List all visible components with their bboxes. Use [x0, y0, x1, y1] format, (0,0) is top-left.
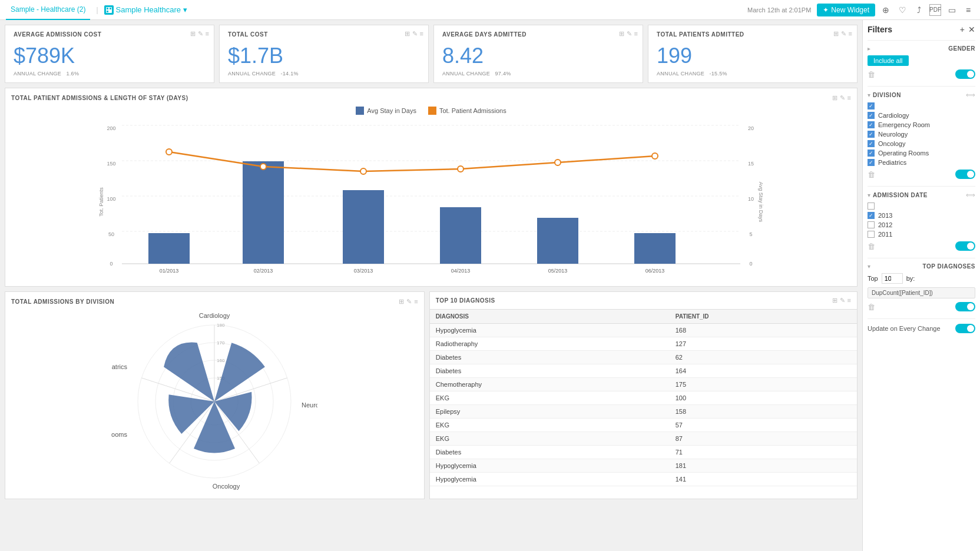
svg-text:170: 170: [217, 340, 225, 346]
pdf-icon[interactable]: PDF: [929, 4, 941, 16]
filter-top-diagnoses-header[interactable]: ▾ TOP DIAGNOSES: [868, 263, 975, 270]
division-label-1: Emergency Room: [878, 121, 930, 128]
line-avg-stay: [169, 152, 655, 171]
filter-top-diagnoses-title: TOP DIAGNOSES: [923, 263, 975, 270]
kpi-grid-icon-2[interactable]: ⊞: [619, 30, 624, 38]
filters-sidebar: Filters + ✕ ▸ GENDER Include all 🗑 ▾ DIV…: [862, 20, 980, 551]
polar-more-icon[interactable]: ≡: [414, 298, 418, 306]
kpi-value-1: $1.7B: [228, 44, 420, 68]
table-row: EKG100: [430, 391, 857, 405]
target-icon[interactable]: ⊕: [880, 4, 892, 16]
kpi-more-icon-2[interactable]: ≡: [634, 30, 638, 38]
diag-pid-10: 181: [670, 459, 857, 473]
division-label-3: Oncology: [878, 140, 905, 147]
division-delete-icon[interactable]: 🗑: [868, 170, 875, 179]
polar-label-pediatrics: Pediatrics: [111, 363, 128, 370]
filter-admission-date-header[interactable]: ▾ ADMISSION DATE ⟺: [868, 191, 975, 199]
kpi-more-icon-3[interactable]: ≡: [849, 30, 852, 38]
polar-label-cardiology: Cardiology: [199, 312, 230, 319]
update-toggle[interactable]: [955, 324, 975, 333]
division-checkbox-5[interactable]: ✓: [868, 159, 875, 166]
filter-division-header[interactable]: ▾ DIVISION ⟺: [868, 91, 975, 99]
grid-icon[interactable]: ⊞: [832, 94, 837, 102]
legend-tot-admissions-dot: [428, 107, 436, 115]
by-label: by:: [906, 275, 915, 282]
diag-pid-4: 175: [670, 378, 857, 391]
top-n-input[interactable]: [882, 273, 903, 284]
division-checkbox-2[interactable]: ✓: [868, 131, 875, 138]
edit-icon[interactable]: ✎: [840, 94, 845, 102]
kpi-edit-icon-0[interactable]: ✎: [198, 30, 203, 38]
top10-more-icon[interactable]: ≡: [847, 297, 851, 304]
polar-label-neurology: Neurology: [302, 401, 317, 409]
division-label-5: Pediatrics: [878, 159, 906, 166]
bookmark-icon[interactable]: ♡: [896, 4, 908, 16]
kpi-grid-icon-0[interactable]: ⊞: [190, 30, 196, 38]
kpi-more-icon-1[interactable]: ≡: [420, 30, 423, 38]
polar-edit-icon[interactable]: ✎: [406, 298, 412, 306]
diag-pid-6: 158: [670, 405, 857, 419]
filter-add-icon[interactable]: +: [960, 25, 965, 34]
kpi-edit-icon-2[interactable]: ✎: [627, 30, 632, 38]
diag-name-11: Hypoglycemia: [430, 473, 670, 486]
brand-chevron[interactable]: ▾: [183, 5, 187, 14]
update-row: Update on Every Change: [868, 318, 975, 333]
nav-tab-main[interactable]: Sample - Healthcare (2): [6, 0, 90, 20]
kpi-card-2: ⊞ ✎ ≡ AVERAGE DAYS ADMITTED 8.42 ANNUAL …: [433, 25, 643, 83]
legend-avg-stay-label: Avg Stay in Days: [367, 107, 416, 114]
top10-edit-icon[interactable]: ✎: [840, 297, 845, 304]
division-expand-icon[interactable]: ⟺: [966, 91, 975, 99]
year-all-checkbox[interactable]: [868, 203, 875, 210]
top-diagnoses-delete-icon[interactable]: 🗑: [868, 303, 875, 311]
division-item-0: ✓ Cardiology: [868, 112, 975, 119]
svg-rect-3: [107, 11, 108, 12]
share-icon[interactable]: ⤴: [913, 4, 925, 16]
division-checkbox-1[interactable]: ✓: [868, 121, 875, 128]
year-checkbox-1[interactable]: [868, 221, 875, 228]
admission-delete-icon[interactable]: 🗑: [868, 242, 875, 251]
year-checkbox-2[interactable]: [868, 231, 875, 238]
filter-close-icon[interactable]: ✕: [968, 25, 975, 34]
polar-chart-panel: TOTAL ADMISSIONS BY DIVISION ⊞ ✎ ≡ 160: [5, 291, 425, 499]
filters-title: Filters: [868, 25, 892, 34]
kpi-more-icon-0[interactable]: ≡: [206, 30, 209, 38]
nav-brand[interactable]: Sample Healthcare ▾: [104, 5, 188, 15]
svg-rect-1: [107, 8, 108, 9]
monitor-icon[interactable]: ▭: [946, 4, 958, 16]
top-diagnoses-toggle[interactable]: [955, 302, 975, 311]
filter-division-section: ▾ DIVISION ⟺ ✓ ✓ Cardiology ✓ Emergency …: [868, 86, 975, 179]
gender-delete-icon[interactable]: 🗑: [868, 70, 875, 79]
division-item-5: ✓ Pediatrics: [868, 159, 975, 166]
include-all-button[interactable]: Include all: [868, 55, 909, 66]
year-checkbox-0[interactable]: ✓: [868, 212, 875, 219]
admission-toggle[interactable]: [955, 241, 975, 251]
kpi-grid-icon-3[interactable]: ⊞: [833, 30, 839, 38]
kpi-grid-icon-1[interactable]: ⊞: [405, 30, 410, 38]
division-label-4: Operating Rooms: [878, 150, 929, 157]
admission-date-expand-icon[interactable]: ⟺: [966, 191, 975, 199]
polar-grid-icon[interactable]: ⊞: [399, 298, 404, 306]
division-all-item: ✓: [868, 102, 975, 109]
new-widget-button[interactable]: ✦ New Widget: [817, 4, 875, 16]
menu-icon[interactable]: ≡: [962, 4, 974, 16]
division-checkbox-3[interactable]: ✓: [868, 140, 875, 147]
polar-chart-svg: 160 170 180 150: [111, 310, 317, 493]
division-toggle[interactable]: [955, 170, 975, 179]
svg-text:10: 10: [748, 196, 754, 202]
gender-toggle[interactable]: [955, 69, 975, 79]
diag-name-6: Epilepsy: [430, 405, 670, 419]
kpi-edit-icon-3[interactable]: ✎: [841, 30, 846, 38]
top10-icons: ⊞ ✎ ≡: [832, 297, 851, 304]
division-all-checkbox[interactable]: ✓: [868, 102, 875, 109]
kpi-card-1: ⊞ ✎ ≡ TOTAL COST $1.7B ANNUAL CHANGE -14…: [219, 25, 429, 83]
filter-gender-header[interactable]: ▸ GENDER: [868, 45, 975, 52]
filters-header: Filters + ✕: [868, 25, 975, 34]
division-checkbox-4[interactable]: ✓: [868, 150, 875, 157]
top10-grid-icon[interactable]: ⊞: [832, 297, 837, 304]
more-icon[interactable]: ≡: [847, 94, 851, 102]
filter-admission-date-section: ▾ ADMISSION DATE ⟺ ✓ 2013 2012 2011 🗑: [868, 186, 975, 251]
division-checkbox-0[interactable]: ✓: [868, 112, 875, 119]
bar-06-2013: [634, 233, 676, 264]
polar-label-operating-rooms: Operating Rooms: [111, 431, 127, 438]
kpi-edit-icon-1[interactable]: ✎: [412, 30, 418, 38]
